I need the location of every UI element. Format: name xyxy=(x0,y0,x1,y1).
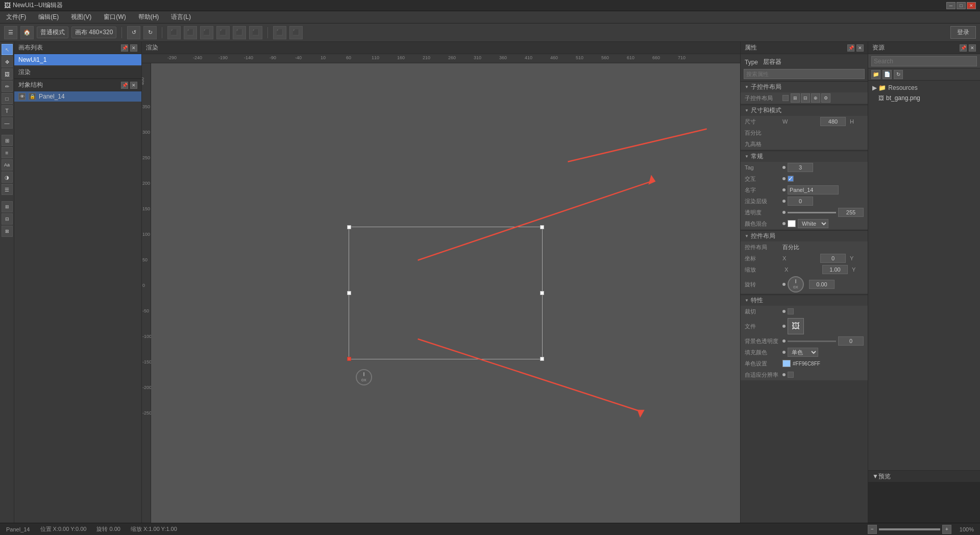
canvas-list-item[interactable]: NewUi1_1 xyxy=(14,54,141,65)
color-blend-select[interactable]: White xyxy=(798,219,828,228)
title-bar-controls[interactable]: ─ □ ✕ xyxy=(946,2,976,9)
menu-file[interactable]: 文件(F) xyxy=(3,12,29,22)
resources-search-input[interactable] xyxy=(871,56,977,66)
clip-checkbox[interactable] xyxy=(788,308,794,314)
align-bottom-button[interactable]: ⬛ xyxy=(249,26,262,39)
image-tool[interactable]: 🖼 xyxy=(2,68,13,80)
home-button[interactable]: 🏠 xyxy=(20,26,34,39)
tag-input[interactable] xyxy=(788,163,813,172)
grid-tool-1[interactable]: ⊞ xyxy=(2,201,13,212)
component-tool[interactable]: ⊠ xyxy=(2,226,13,237)
minimize-button[interactable]: ─ xyxy=(946,2,955,9)
handle-tl[interactable] xyxy=(347,225,351,229)
mode-label[interactable]: 普通模式 xyxy=(37,27,68,38)
opacity-slider[interactable] xyxy=(788,212,836,213)
props-search-input[interactable] xyxy=(744,69,865,79)
res-refresh-btn[interactable]: ↻ xyxy=(894,70,903,79)
rect-tool[interactable]: □ xyxy=(2,93,13,104)
move-tool[interactable]: ✥ xyxy=(2,56,13,67)
list-tool[interactable]: ≡ xyxy=(2,147,13,158)
zoom-out-btn[interactable]: − xyxy=(868,525,877,534)
canvas-list-pin[interactable]: 📌 xyxy=(121,44,128,52)
bg-alpha-slider[interactable] xyxy=(788,341,836,342)
close-button[interactable]: ✕ xyxy=(967,2,976,9)
visibility-toggle[interactable]: 👁 xyxy=(18,93,26,100)
zoom-slider[interactable] xyxy=(879,528,940,530)
zoom-in-btn[interactable]: + xyxy=(942,525,951,534)
menu-language[interactable]: 语言(L) xyxy=(168,12,194,22)
layout-header[interactable]: ▼ 控件布局 xyxy=(741,230,868,241)
canvas-viewport[interactable]: 0X xyxy=(151,63,740,523)
special-header[interactable]: ▼ 特性 xyxy=(741,295,868,306)
flip-v-button[interactable]: ⬛ xyxy=(289,26,303,39)
lock-toggle[interactable]: 🔒 xyxy=(29,93,36,100)
general-header[interactable]: ▼ 常规 xyxy=(741,151,868,162)
align-right-button[interactable]: ⬛ xyxy=(200,26,213,39)
rotate-input[interactable] xyxy=(809,280,835,289)
minus-tool[interactable]: — xyxy=(2,117,13,129)
menu-view[interactable]: 视图(V) xyxy=(68,12,94,22)
obj-struct-close[interactable]: ✕ xyxy=(130,82,137,89)
handle-ml[interactable] xyxy=(347,291,351,295)
layout-icon-4[interactable]: ⚙ xyxy=(821,93,830,103)
layout-icon-1[interactable]: ⊞ xyxy=(791,93,800,103)
single-color-box[interactable] xyxy=(782,360,791,367)
align-left-button[interactable]: ⬛ xyxy=(167,26,181,39)
menu-edit[interactable]: 编辑(E) xyxy=(35,12,62,22)
grid-tool-2[interactable]: ⊟ xyxy=(2,213,13,225)
menu-icon-button[interactable]: ☰ xyxy=(4,26,17,39)
color-blend-box[interactable] xyxy=(788,220,796,227)
scale-x-input[interactable] xyxy=(822,265,848,274)
canvas-list-close[interactable]: ✕ xyxy=(130,44,137,52)
interactive-checkbox[interactable]: ✓ xyxy=(788,176,794,182)
redo-button[interactable]: ↻ xyxy=(143,26,157,39)
select-tool[interactable]: ↖ xyxy=(2,44,13,55)
text-tool[interactable]: T xyxy=(2,105,13,116)
handle-mr[interactable] xyxy=(540,291,544,295)
file-preview[interactable]: 🖼 xyxy=(788,318,804,334)
handle-br[interactable] xyxy=(540,357,544,361)
login-button[interactable]: 登录 xyxy=(950,26,976,39)
align-middle-button[interactable]: ⬛ xyxy=(233,26,246,39)
pos-x-input[interactable] xyxy=(820,254,846,263)
props-close[interactable]: ✕ xyxy=(856,44,864,52)
child-layout-header[interactable]: ▼ 子控件布局 xyxy=(741,81,868,92)
res-new-folder-btn[interactable]: 📁 xyxy=(871,70,880,79)
object-item-panel14[interactable]: 👁 🔒 Panel_14 xyxy=(14,91,141,102)
opacity-input[interactable] xyxy=(838,208,864,217)
align-top-button[interactable]: ⬛ xyxy=(216,26,230,39)
resources-pin[interactable]: 📌 xyxy=(960,44,967,52)
maximize-button[interactable]: □ xyxy=(957,2,966,9)
opacity-label: 透明度 xyxy=(745,209,780,216)
menu-help[interactable]: 帮助(H) xyxy=(135,12,162,22)
layer-tool[interactable]: ⊞ xyxy=(2,135,13,146)
layout-icon-2[interactable]: ⊟ xyxy=(801,93,810,103)
align-center-h-button[interactable]: ⬛ xyxy=(184,26,197,39)
size-mode-header[interactable]: ▼ 尺寸和模式 xyxy=(741,105,868,116)
flip-h-button[interactable]: ⬛ xyxy=(273,26,286,39)
draw-tool[interactable]: ✏ xyxy=(2,81,13,92)
obj-struct-pin[interactable]: 📌 xyxy=(121,82,128,89)
child-layout-checkbox[interactable] xyxy=(782,95,789,101)
rotation-dial[interactable]: 0X xyxy=(788,276,804,293)
undo-button[interactable]: ↺ xyxy=(127,26,140,39)
gradient-tool[interactable]: ◑ xyxy=(2,172,13,183)
resource-file-bt-gang[interactable]: 🖼 bt_gang.png xyxy=(868,93,980,103)
handle-tr[interactable] xyxy=(540,225,544,229)
stack-tool[interactable]: ☰ xyxy=(2,184,13,195)
bg-alpha-input[interactable] xyxy=(838,336,864,346)
res-new-file-btn[interactable]: 📄 xyxy=(883,70,892,79)
auto-res-checkbox[interactable] xyxy=(788,372,794,378)
render-order-input[interactable] xyxy=(788,197,813,206)
menu-window[interactable]: 窗口(W) xyxy=(101,12,129,22)
resources-root-folder[interactable]: ▶ 📁 Resources xyxy=(868,83,980,93)
name-input[interactable] xyxy=(788,185,839,194)
size-w-input[interactable] xyxy=(820,117,846,126)
props-pin[interactable]: 📌 xyxy=(847,44,854,52)
resources-close[interactable]: ✕ xyxy=(969,44,976,52)
layout-icon-3[interactable]: ⊕ xyxy=(811,93,820,103)
font-tool[interactable]: Aa xyxy=(2,159,13,171)
fill-color-select[interactable]: 单色 xyxy=(788,348,818,357)
canvas-with-ruler: 400 350 300 250 200 150 100 50 0 -50 -10… xyxy=(142,63,740,523)
handle-bl[interactable] xyxy=(347,357,351,361)
